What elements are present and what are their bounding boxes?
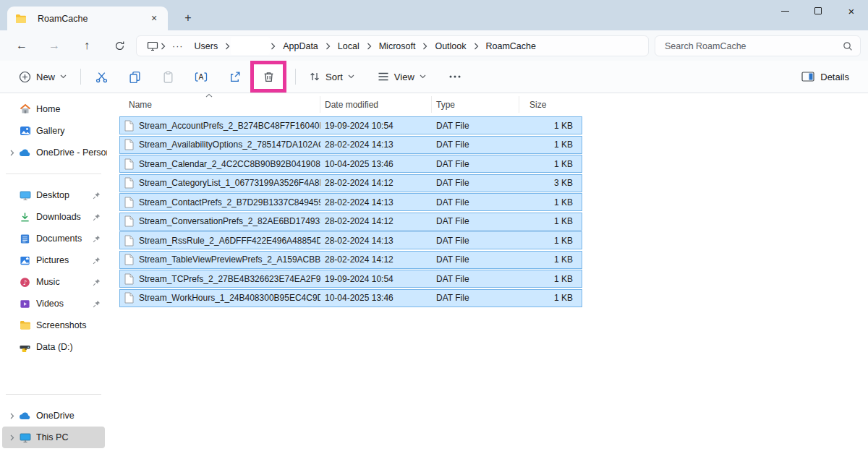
sidebar-item-gallery[interactable]: Gallery bbox=[0, 120, 107, 142]
chevron-right-icon bbox=[366, 43, 373, 50]
downloads-icon bbox=[19, 211, 31, 223]
chevron-right-icon bbox=[270, 43, 276, 50]
file-row[interactable]: Stream_TableViewPreviewPrefs_2_A159ACBB8… bbox=[119, 251, 582, 269]
back-button[interactable]: ← bbox=[10, 35, 33, 56]
chevron-right-icon bbox=[473, 43, 480, 50]
sidebar-item-videos[interactable]: Videos bbox=[0, 293, 107, 314]
tab-close-icon[interactable]: × bbox=[148, 12, 161, 25]
minimize-button[interactable] bbox=[768, 0, 801, 22]
sidebar-item-home[interactable]: Home bbox=[0, 98, 107, 120]
pin-icon bbox=[91, 300, 101, 308]
more-options-button[interactable] bbox=[441, 64, 469, 90]
chevron-down-icon bbox=[420, 74, 426, 79]
pin-icon bbox=[91, 213, 101, 221]
maximize-button[interactable] bbox=[801, 0, 835, 22]
column-header-date-modified[interactable]: Date modified bbox=[320, 96, 432, 113]
sidebar-item-pictures[interactable]: Pictures bbox=[0, 249, 107, 271]
breadcrumb-item-microsoft[interactable]: Microsoft bbox=[373, 41, 422, 51]
breadcrumb-item-outlook[interactable]: Outlook bbox=[428, 41, 472, 51]
file-row[interactable]: Stream_RssRule_2_A6DFFF422E496A48854DF5F… bbox=[119, 231, 582, 249]
breadcrumb-ellipsis[interactable]: ··· bbox=[166, 41, 188, 51]
sidebar-divider bbox=[6, 174, 101, 174]
copy-icon bbox=[129, 71, 141, 83]
tab-title: RoamCache bbox=[38, 14, 142, 24]
sidebar-item-this-pc[interactable]: This PC bbox=[2, 427, 105, 448]
gallery-icon bbox=[19, 125, 31, 137]
paste-button[interactable] bbox=[154, 64, 182, 90]
file-row[interactable]: Stream_WorkHours_1_24B408300B95EC4C9DB..… bbox=[119, 289, 582, 307]
breadcrumb-item-local[interactable]: Local bbox=[331, 41, 366, 51]
chevron-right-icon[interactable] bbox=[6, 434, 19, 441]
search-input[interactable] bbox=[665, 41, 843, 51]
chevron-down-icon bbox=[348, 74, 354, 79]
pin-icon bbox=[91, 192, 101, 200]
view-button[interactable]: View bbox=[371, 67, 433, 87]
chevron-right-icon bbox=[224, 43, 231, 50]
chevron-right-icon bbox=[160, 43, 166, 50]
file-icon bbox=[124, 197, 134, 208]
file-row[interactable]: Stream_TCPrefs_2_27BE4B326623E74EA2F953A… bbox=[119, 270, 582, 288]
command-bar: New A bbox=[0, 61, 868, 93]
details-button-label: Details bbox=[820, 72, 849, 82]
copy-button[interactable] bbox=[121, 64, 148, 90]
file-icon bbox=[124, 139, 134, 150]
chevron-right-icon bbox=[325, 43, 331, 50]
delete-button[interactable] bbox=[263, 71, 275, 83]
new-button[interactable]: New bbox=[12, 66, 74, 88]
sidebar-item-music[interactable]: ♪ Music bbox=[0, 271, 107, 293]
share-button[interactable] bbox=[221, 64, 248, 90]
sort-button[interactable]: Sort bbox=[302, 66, 361, 87]
rename-button[interactable]: A bbox=[187, 64, 215, 90]
navigation-bar: ← → ↑ ··· Users AppData Local Microsoft … bbox=[0, 30, 868, 61]
file-icon bbox=[124, 292, 134, 304]
file-list-pane: Name Date modified Type Size Stream_Acco… bbox=[107, 93, 868, 454]
breadcrumb-item-appdata[interactable]: AppData bbox=[276, 41, 325, 51]
svg-text:A: A bbox=[199, 73, 204, 81]
sidebar-item-onedrive[interactable]: OneDrive bbox=[0, 405, 107, 427]
sort-arrows-icon bbox=[309, 71, 320, 82]
cut-button[interactable] bbox=[88, 64, 115, 90]
refresh-button[interactable] bbox=[108, 35, 131, 56]
sort-button-label: Sort bbox=[326, 72, 343, 82]
file-row[interactable]: Stream_AvailabilityOptions_2_785147DA102… bbox=[119, 136, 582, 154]
file-row[interactable]: Stream_Calendar_2_4C2CC8B90B92B041908EF.… bbox=[119, 155, 582, 173]
sidebar-item-data-drive[interactable]: Data (D:) bbox=[0, 336, 107, 358]
search-box bbox=[655, 35, 861, 56]
file-icon bbox=[124, 273, 134, 285]
file-row[interactable]: Stream_AccountPrefs_2_B274BC48F7F16040BA… bbox=[119, 116, 582, 134]
sidebar: Home Gallery OneDrive - Persona Desktop … bbox=[0, 93, 107, 454]
file-row[interactable]: Stream_ContactPrefs_2_B7D29B1337C8494590… bbox=[119, 193, 582, 211]
up-button[interactable]: ↑ bbox=[75, 35, 98, 56]
column-header-type[interactable]: Type bbox=[432, 96, 519, 113]
sidebar-item-onedrive-personal[interactable]: OneDrive - Persona bbox=[0, 142, 107, 163]
chevron-right-icon[interactable] bbox=[6, 413, 19, 419]
column-header-size[interactable]: Size bbox=[519, 96, 582, 113]
new-tab-button[interactable]: + bbox=[179, 10, 197, 26]
chevron-right-icon[interactable] bbox=[6, 150, 19, 156]
breadcrumb: ··· Users AppData Local Microsoft Outloo… bbox=[136, 35, 649, 56]
sidebar-item-desktop[interactable]: Desktop bbox=[0, 184, 107, 206]
music-icon: ♪ bbox=[19, 276, 31, 288]
details-button[interactable]: Details bbox=[794, 67, 856, 87]
desktop-icon bbox=[19, 189, 31, 202]
folder-icon bbox=[14, 12, 27, 25]
breadcrumb-username-redacted[interactable] bbox=[231, 37, 270, 55]
sidebar-item-screenshots[interactable]: Screenshots bbox=[0, 314, 107, 336]
close-button[interactable]: × bbox=[835, 0, 868, 22]
view-list-icon bbox=[378, 72, 389, 82]
breadcrumb-item-roamcache[interactable]: RoamCache bbox=[480, 41, 542, 51]
file-rows: Stream_AccountPrefs_2_B274BC48F7F16040BA… bbox=[119, 116, 582, 307]
file-row[interactable]: Stream_ConversationPrefs_2_82AE6BD174935… bbox=[119, 213, 582, 231]
explorer-tab[interactable]: RoamCache × bbox=[7, 7, 168, 30]
breadcrumb-item-users[interactable]: Users bbox=[188, 41, 225, 51]
maximize-icon bbox=[814, 7, 822, 14]
pin-icon bbox=[91, 235, 101, 243]
view-button-label: View bbox=[394, 72, 414, 82]
onedrive-cloud-icon bbox=[19, 410, 31, 422]
file-icon bbox=[124, 120, 134, 132]
sidebar-item-downloads[interactable]: Downloads bbox=[0, 206, 107, 228]
file-row[interactable]: Stream_CategoryList_1_06773199A3526F4A8D… bbox=[119, 174, 582, 192]
forward-button[interactable]: → bbox=[43, 35, 66, 56]
column-header-name[interactable]: Name bbox=[119, 96, 320, 113]
sidebar-item-documents[interactable]: Documents bbox=[0, 228, 107, 249]
